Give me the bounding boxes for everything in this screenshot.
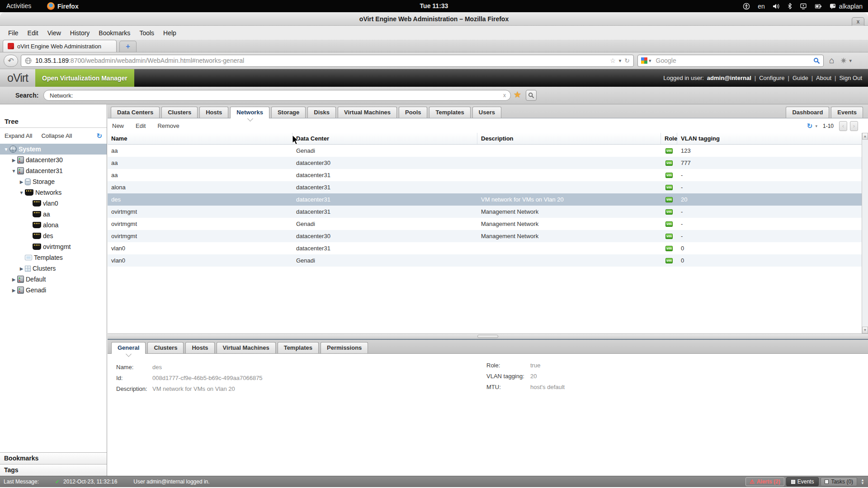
alerts-button[interactable]: ⚠ Alerts (2) — [745, 477, 784, 486]
battery-icon[interactable] — [815, 3, 822, 9]
tree-item-vlan0[interactable]: vlan0 — [0, 198, 107, 209]
search-go-icon[interactable] — [813, 57, 820, 64]
new-tab-button[interactable]: + — [119, 41, 137, 52]
search-input[interactable]: Network: x — [43, 90, 511, 101]
clock[interactable]: Tue 11:33 — [0, 0, 868, 12]
tab-dashboard[interactable]: Dashboard — [786, 107, 829, 118]
keyboard-layout[interactable]: en — [758, 3, 765, 10]
table-row[interactable]: aadatacenter30vm777 — [108, 157, 862, 169]
search-button[interactable] — [526, 90, 537, 101]
menu-help[interactable]: Help — [159, 27, 181, 39]
next-page-button[interactable]: › — [850, 121, 858, 131]
table-row[interactable]: ovirtmgmtdatacenter31Management Networkv… — [108, 206, 862, 218]
table-row[interactable]: aadatacenter31vm- — [108, 169, 862, 181]
splitter-grip[interactable] — [477, 335, 498, 338]
header-link-sign-out[interactable]: Sign Out — [839, 75, 862, 81]
column-header-role[interactable]: Role — [661, 133, 677, 144]
clear-search-icon[interactable]: x — [503, 92, 506, 99]
tab-clusters[interactable]: Clusters — [161, 107, 198, 118]
expand-all-button[interactable]: Expand All — [5, 132, 32, 139]
expand-arrow-icon[interactable]: ▶ — [10, 158, 17, 163]
tab-data-centers[interactable]: Data Centers — [111, 107, 160, 118]
search-engine-dropdown-icon[interactable]: ▾ — [649, 58, 651, 64]
panel-splitter[interactable] — [108, 333, 868, 339]
scroll-down-icon[interactable]: ▼ — [862, 327, 868, 333]
status-spinner[interactable]: ▲ ▼ — [861, 479, 864, 485]
table-row[interactable]: ovirtmgmtGenadiManagement Networkvm- — [108, 218, 862, 230]
table-row[interactable]: vlan0Genadivm0 — [108, 254, 862, 267]
column-header-data-center[interactable]: Data Center — [292, 133, 477, 144]
detail-tab-general[interactable]: General — [111, 342, 146, 354]
tree-item-networks[interactable]: ▼Networks — [0, 187, 107, 198]
remove-button[interactable]: Remove — [157, 122, 179, 129]
expand-arrow-icon[interactable]: ▶ — [10, 277, 17, 282]
reload-icon[interactable]: ↻ — [624, 57, 630, 64]
addons-icon[interactable] — [840, 57, 847, 64]
detail-tab-permissions[interactable]: Permissions — [321, 342, 368, 353]
tree-item-templates[interactable]: Templates — [0, 252, 107, 263]
new-button[interactable]: New — [112, 122, 124, 129]
tree-item-genadi[interactable]: ▶Genadi — [0, 285, 107, 296]
bookmark-star-icon[interactable]: ☆ — [610, 57, 616, 64]
url-bar[interactable]: 10.35.1.189 :8700/webadmin/webadmin/WebA… — [21, 55, 634, 67]
tab-events[interactable]: Events — [831, 107, 863, 118]
events-button[interactable]: Events — [786, 477, 819, 486]
display-icon[interactable] — [800, 3, 807, 9]
header-link-guide[interactable]: Guide — [793, 75, 808, 81]
tree-item-datacenter31[interactable]: ▼datacenter31 — [0, 165, 107, 176]
table-row[interactable]: ovirtmgmtdatacenter30Management Networkv… — [108, 230, 862, 242]
table-row[interactable]: desdatacenter31VM network for VMs on Vla… — [108, 193, 862, 206]
edit-button[interactable]: Edit — [136, 122, 146, 129]
collapse-arrow-icon[interactable]: ▼ — [18, 190, 25, 195]
collapse-all-button[interactable]: Collapse All — [41, 132, 72, 139]
tree-refresh-icon[interactable]: ↻ — [96, 132, 102, 140]
detail-tab-templates[interactable]: Templates — [278, 342, 319, 353]
tree-item-datacenter30[interactable]: ▶datacenter30 — [0, 155, 107, 165]
tab-pools[interactable]: Pools — [399, 107, 427, 118]
tree-item-storage[interactable]: ▶Storage — [0, 176, 107, 187]
user-menu[interactable]: alkaplan — [830, 3, 863, 10]
tab-storage[interactable]: Storage — [271, 107, 306, 118]
tree-item-default[interactable]: ▶Default — [0, 274, 107, 285]
refresh-dropdown-icon[interactable]: ▾ — [815, 124, 817, 128]
bluetooth-icon[interactable] — [788, 3, 792, 9]
tree-item-clusters[interactable]: ▶Clusters — [0, 263, 107, 274]
menu-edit[interactable]: Edit — [23, 27, 43, 39]
home-icon[interactable]: ⌂ — [829, 56, 834, 66]
tree-item-alona[interactable]: alona — [0, 220, 107, 230]
window-titlebar[interactable]: oVirt Engine Web Administration – Mozill… — [0, 12, 868, 26]
tab-disks[interactable]: Disks — [307, 107, 336, 118]
column-header-description[interactable]: Description — [477, 133, 661, 144]
grid-scrollbar[interactable]: ▲ ▼ — [862, 133, 868, 333]
sidebar-section-tags[interactable]: Tags — [0, 464, 107, 476]
detail-tab-hosts[interactable]: Hosts — [185, 342, 214, 353]
tasks-button[interactable]: Tasks (0) — [821, 477, 857, 486]
sidebar-section-bookmarks[interactable]: Bookmarks — [0, 452, 107, 464]
tab-hosts[interactable]: Hosts — [199, 107, 228, 118]
detail-tab-clusters[interactable]: Clusters — [147, 342, 184, 353]
bookmark-search-icon[interactable]: ★ — [514, 89, 521, 100]
tab-networks[interactable]: Networks — [230, 107, 269, 118]
accessibility-icon[interactable] — [743, 3, 750, 10]
tree-panel-title[interactable]: Tree — [0, 104, 107, 128]
column-header-vlan-tagging[interactable]: VLAN tagging — [677, 133, 862, 144]
window-close-button[interactable]: x — [852, 17, 864, 26]
tree-item-system[interactable]: ▼System — [0, 144, 107, 155]
browser-search-box[interactable]: ▾ Google — [637, 55, 824, 67]
tab-templates[interactable]: Templates — [429, 107, 470, 118]
tree-item-aa[interactable]: aa — [0, 209, 107, 220]
expand-arrow-icon[interactable]: ▶ — [10, 288, 17, 293]
collapse-arrow-icon[interactable]: ▼ — [3, 147, 9, 152]
menu-tools[interactable]: Tools — [135, 27, 159, 39]
volume-icon[interactable] — [773, 3, 780, 9]
tab-virtual-machines[interactable]: Virtual Machines — [338, 107, 397, 118]
tree-item-des[interactable]: des — [0, 230, 107, 241]
toolbar-extra[interactable]: ▾ — [840, 57, 852, 64]
toolbar-extra-dropdown-icon[interactable]: ▾ — [849, 58, 852, 64]
url-dropdown-icon[interactable]: ▾ — [619, 58, 622, 64]
back-button[interactable]: ↶ — [4, 55, 18, 67]
collapse-arrow-icon[interactable]: ▼ — [10, 169, 17, 174]
browser-tab[interactable]: oVirt Engine Web Administration — [3, 40, 117, 52]
header-link-configure[interactable]: Configure — [759, 75, 784, 81]
expand-arrow-icon[interactable]: ▶ — [18, 266, 25, 271]
